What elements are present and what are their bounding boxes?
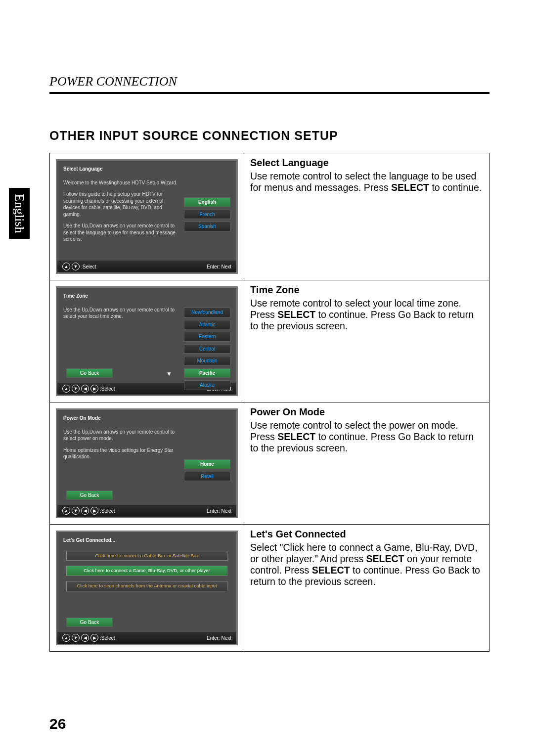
setup-row: Let's Get Connected...Click here to conn… bbox=[50, 525, 489, 651]
arrow-key-icon: ◀ bbox=[81, 385, 89, 393]
description-title: Let's Get Connected bbox=[250, 529, 346, 540]
arrow-key-icon: ▼ bbox=[72, 385, 80, 393]
osd-screenshot: Power On ModeUse the Up,Down arrows on y… bbox=[56, 408, 238, 518]
description-text: Use remote control to select your local … bbox=[250, 298, 474, 331]
arrow-key-icon: ▶ bbox=[90, 634, 98, 642]
description-cell: Let's Get ConnectedSelect "Click here to… bbox=[244, 525, 489, 651]
osd-text: Home optimizes the video settings for En… bbox=[63, 447, 179, 460]
description-title: Time Zone bbox=[250, 284, 300, 296]
osd-option-button[interactable]: Atlantic bbox=[184, 320, 230, 330]
osd-cell: Time ZoneUse the Up,Down arrows on your … bbox=[50, 280, 244, 402]
description-cell: Power On ModeUse remote control to selec… bbox=[244, 402, 489, 524]
more-down-icon: ▼ bbox=[166, 370, 172, 378]
setup-grid: Select LanguageWelcome to the Westinghou… bbox=[49, 153, 490, 652]
arrow-key-icon: ▶ bbox=[90, 507, 98, 515]
osd-hint-left: :Select bbox=[100, 386, 115, 392]
osd-title: Time Zone bbox=[63, 293, 230, 300]
osd-hint-bar: ▲▼:SelectEnter: Next bbox=[57, 261, 236, 272]
page-number: 26 bbox=[49, 715, 66, 732]
osd-hint-right: Enter: Next bbox=[207, 264, 231, 269]
osd-text: Use the Up,Down arrows on your remote co… bbox=[63, 222, 179, 243]
section-title: OTHER INPUT SOURCE CONNECTION SETUP bbox=[49, 129, 490, 143]
arrow-key-icon: ◀ bbox=[81, 507, 89, 515]
setup-row: Time ZoneUse the Up,Down arrows on your … bbox=[50, 280, 489, 402]
arrow-key-icon: ▲ bbox=[62, 385, 70, 393]
description-cell: Time ZoneUse remote control to select yo… bbox=[244, 280, 489, 402]
osd-wide-button[interactable]: Click here to connect a Cable Box or Sat… bbox=[66, 551, 227, 561]
osd-cell: Let's Get Connected...Click here to conn… bbox=[50, 525, 244, 651]
setup-row: Power On ModeUse the Up,Down arrows on y… bbox=[50, 402, 489, 525]
osd-goback-button[interactable]: Go Back bbox=[66, 490, 113, 500]
osd-screenshot: Time ZoneUse the Up,Down arrows on your … bbox=[56, 286, 238, 396]
manual-page: English POWER CONNECTION OTHER INPUT SOU… bbox=[0, 0, 534, 756]
osd-goback-button[interactable]: Go Back bbox=[66, 368, 113, 378]
osd-option-button[interactable]: French bbox=[184, 210, 230, 220]
arrow-key-icon: ◀ bbox=[81, 634, 89, 642]
osd-hint-right: Enter: Next bbox=[207, 635, 231, 641]
setup-row: Select LanguageWelcome to the Westinghou… bbox=[50, 153, 489, 280]
header-rule bbox=[49, 92, 490, 94]
arrow-key-icon: ▶ bbox=[90, 385, 98, 393]
osd-screenshot: Select LanguageWelcome to the Westinghou… bbox=[56, 159, 238, 274]
osd-text: Use the Up,Down arrows on your remote co… bbox=[63, 429, 179, 442]
description-text: Select "Click here to connect a Game, Bl… bbox=[250, 542, 480, 587]
osd-option-button[interactable]: Alaska bbox=[184, 380, 230, 390]
osd-option-button[interactable]: Newfoundland bbox=[184, 308, 230, 317]
osd-option-button[interactable]: Spanish bbox=[184, 222, 230, 231]
description-title: Select Language bbox=[250, 157, 329, 169]
arrow-key-icon: ▼ bbox=[72, 263, 80, 270]
osd-option-button[interactable]: English bbox=[184, 197, 230, 207]
osd-option-button[interactable]: Eastern bbox=[184, 332, 230, 342]
osd-hint-right: Enter: Next bbox=[207, 508, 231, 514]
osd-hint-left: :Select bbox=[81, 264, 96, 269]
osd-option-button[interactable]: Pacific bbox=[184, 368, 230, 378]
osd-hint-left: :Select bbox=[100, 635, 115, 641]
language-tab: English bbox=[9, 188, 30, 239]
osd-cell: Power On ModeUse the Up,Down arrows on y… bbox=[50, 402, 244, 524]
osd-hint-left: :Select bbox=[100, 508, 115, 514]
arrow-key-icon: ▲ bbox=[62, 263, 70, 270]
section-header: POWER CONNECTION bbox=[49, 74, 490, 89]
description-text: Use remote control to select the power o… bbox=[250, 420, 474, 453]
arrow-key-icon: ▼ bbox=[72, 634, 80, 642]
osd-title: Power On Mode bbox=[63, 415, 230, 422]
osd-goback-button[interactable]: Go Back bbox=[66, 618, 113, 627]
osd-option-button[interactable]: Central bbox=[184, 344, 230, 354]
osd-text: Welcome to the Westinghouse HDTV Setup W… bbox=[63, 179, 179, 186]
osd-hint-bar: ▲▼◀▶:SelectEnter: Next bbox=[57, 505, 236, 517]
osd-title: Let's Get Connected... bbox=[63, 537, 230, 544]
description-cell: Select LanguageUse remote control to sel… bbox=[244, 153, 489, 280]
osd-option-button[interactable]: Home bbox=[184, 459, 230, 469]
osd-cell: Select LanguageWelcome to the Westinghou… bbox=[50, 153, 244, 280]
osd-option-button[interactable]: Retail bbox=[184, 472, 230, 482]
osd-wide-button[interactable]: Click here to scan channels from the Ant… bbox=[66, 581, 227, 591]
description-title: Power On Mode bbox=[250, 406, 325, 418]
osd-title: Select Language bbox=[63, 166, 230, 173]
arrow-key-icon: ▲ bbox=[62, 634, 70, 642]
arrow-key-icon: ▲ bbox=[62, 507, 70, 515]
osd-hint-bar: ▲▼◀▶:SelectEnter: Next bbox=[57, 632, 236, 644]
osd-screenshot: Let's Get Connected...Click here to conn… bbox=[56, 531, 238, 645]
description-text: Use remote control to select the languag… bbox=[250, 171, 482, 193]
osd-option-button[interactable]: Mountain bbox=[184, 356, 230, 366]
arrow-key-icon: ▼ bbox=[72, 507, 80, 515]
osd-wide-button[interactable]: Click here to connect a Game, Blu-Ray, D… bbox=[66, 566, 227, 576]
osd-text: Use the Up,Down arrows on your remote co… bbox=[63, 307, 179, 320]
osd-text: Follow this guide to help setup your HDT… bbox=[63, 191, 179, 218]
